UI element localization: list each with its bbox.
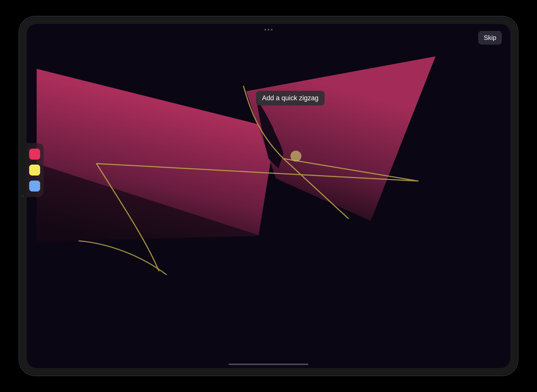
color-swatch-blue[interactable]: [29, 181, 40, 192]
color-swatch-yellow[interactable]: [29, 165, 40, 176]
color-palette: [27, 143, 44, 197]
ipad-device-frame: Skip Add a quick zigzag: [19, 16, 518, 376]
svg-point-0: [290, 151, 301, 162]
camera-dot: [22, 195, 24, 197]
color-swatch-pink[interactable]: [29, 149, 40, 160]
app-screen: Skip Add a quick zigzag: [27, 24, 510, 368]
home-indicator[interactable]: [229, 364, 308, 365]
drawing-canvas[interactable]: [27, 24, 510, 368]
instruction-tooltip: Add a quick zigzag: [256, 91, 325, 105]
skip-button[interactable]: Skip: [478, 31, 502, 45]
multitask-dots-icon[interactable]: [262, 27, 275, 32]
